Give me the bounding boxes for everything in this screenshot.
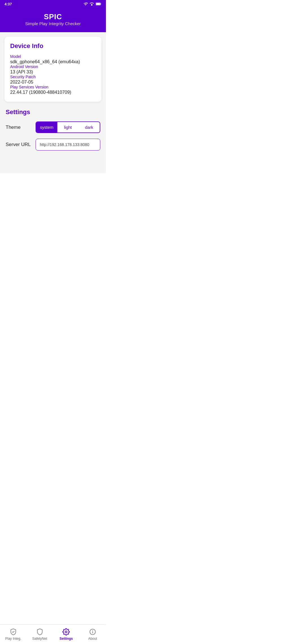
theme-light-button[interactable]: light bbox=[57, 122, 79, 132]
android-version-label: Android Version bbox=[10, 64, 96, 69]
security-patch-value: 2022-07-05 bbox=[10, 80, 96, 85]
model-info: Model sdk_gphone64_x86_64 (emu64xa) bbox=[10, 54, 96, 64]
model-label: Model bbox=[10, 54, 96, 59]
server-url-label: Server URL bbox=[6, 142, 31, 147]
theme-setting-row: Theme system light dark bbox=[6, 121, 100, 133]
theme-dark-button[interactable]: dark bbox=[79, 122, 100, 132]
security-patch-info: Security Patch 2022-07-05 bbox=[10, 75, 96, 85]
android-version-info: Android Version 13 (API 33) bbox=[10, 64, 96, 75]
android-version-value: 13 (API 33) bbox=[10, 69, 96, 75]
status-bar: 4:37 bbox=[0, 0, 106, 8]
security-patch-label: Security Patch bbox=[10, 75, 96, 79]
status-time: 4:37 bbox=[5, 2, 12, 6]
signal-icon bbox=[90, 2, 94, 6]
svg-rect-1 bbox=[101, 3, 101, 5]
battery-icon bbox=[96, 2, 101, 6]
play-services-info: Play Services Version 22.44.17 (190800-4… bbox=[10, 85, 96, 95]
play-services-label: Play Services Version bbox=[10, 85, 96, 89]
settings-title: Settings bbox=[6, 108, 100, 116]
app-subtitle: Simple Play Integrity Checker bbox=[5, 21, 101, 26]
app-title: SPIC bbox=[5, 12, 101, 21]
device-info-card: Device Info Model sdk_gphone64_x86_64 (e… bbox=[5, 37, 101, 102]
status-icons bbox=[83, 2, 101, 6]
app-header: SPIC Simple Play Integrity Checker bbox=[0, 8, 106, 32]
device-info-title: Device Info bbox=[10, 42, 96, 50]
main-content: Device Info Model sdk_gphone64_x86_64 (e… bbox=[0, 32, 106, 173]
server-url-input[interactable] bbox=[36, 139, 100, 151]
svg-rect-2 bbox=[96, 3, 100, 5]
play-services-value: 22.44.17 (190800-488410709) bbox=[10, 90, 96, 95]
theme-label: Theme bbox=[6, 125, 31, 130]
server-url-row: Server URL bbox=[6, 139, 100, 151]
model-value: sdk_gphone64_x86_64 (emu64xa) bbox=[10, 59, 96, 64]
theme-system-button[interactable]: system bbox=[36, 122, 57, 132]
wifi-icon bbox=[83, 2, 88, 6]
theme-toggle: system light dark bbox=[36, 121, 100, 133]
settings-section: Settings Theme system light dark Server … bbox=[5, 108, 101, 151]
